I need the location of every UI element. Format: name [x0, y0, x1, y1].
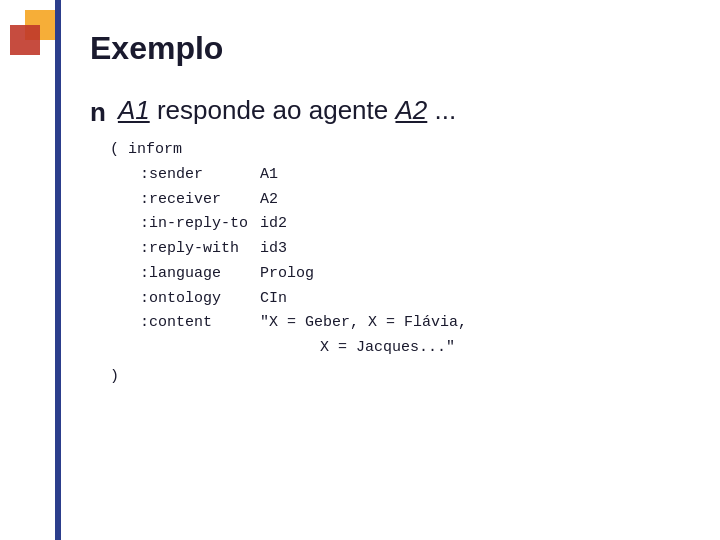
code-val-reply-with: id3: [260, 237, 287, 262]
code-block: ( inform :sender A1 :receiver A2 :in-rep…: [110, 138, 690, 390]
code-key-language: :language: [140, 262, 260, 287]
code-open-text: ( inform: [110, 138, 182, 163]
code-key-reply-with: :reply-with: [140, 237, 260, 262]
code-row-reply-with: :reply-with id3: [140, 237, 690, 262]
headline-part2: responde ao agente: [150, 95, 396, 125]
code-open: ( inform: [110, 138, 690, 163]
code-val-receiver: A2: [260, 188, 278, 213]
code-val-content: "X = Geber, X = Flávia,: [260, 311, 467, 336]
code-row-ontology: :ontology CIn: [140, 287, 690, 312]
code-val-language: Prolog: [260, 262, 314, 287]
bullet-section: n A1 responde ao agente A2 ... ( inform …: [90, 95, 690, 390]
deco-red-square: [10, 25, 40, 55]
code-row-in-reply-to: :in-reply-to id2: [140, 212, 690, 237]
headline-part4: ...: [427, 95, 456, 125]
code-val-ontology: CIn: [260, 287, 287, 312]
code-key-receiver: :receiver: [140, 188, 260, 213]
bullet-marker: n: [90, 97, 106, 128]
bullet-row-main: n A1 responde ao agente A2 ...: [90, 95, 690, 128]
left-accent-bar: [55, 0, 61, 540]
slide-title: Exemplo: [90, 30, 690, 67]
code-val-in-reply-to: id2: [260, 212, 287, 237]
code-row-content: :content "X = Geber, X = Flávia,: [140, 311, 690, 336]
code-val-content-cont: X = Jacques...": [320, 336, 455, 361]
headline-a1: A1: [118, 95, 150, 125]
code-key-in-reply-to: :in-reply-to: [140, 212, 260, 237]
code-row-receiver: :receiver A2: [140, 188, 690, 213]
code-row-content-cont: X = Jacques...": [320, 336, 690, 361]
code-val-sender: A1: [260, 163, 278, 188]
decorative-squares: [10, 10, 60, 70]
code-row-language: :language Prolog: [140, 262, 690, 287]
code-row-sender: :sender A1: [140, 163, 690, 188]
code-key-content: :content: [140, 311, 260, 336]
headline-text: A1 responde ao agente A2 ...: [118, 95, 456, 126]
code-key-sender: :sender: [140, 163, 260, 188]
code-close-text: ): [110, 365, 119, 390]
slide-content: Exemplo n A1 responde ao agente A2 ... (…: [70, 0, 720, 540]
headline-a2: A2: [395, 95, 427, 125]
code-close: ): [110, 365, 690, 390]
code-key-ontology: :ontology: [140, 287, 260, 312]
